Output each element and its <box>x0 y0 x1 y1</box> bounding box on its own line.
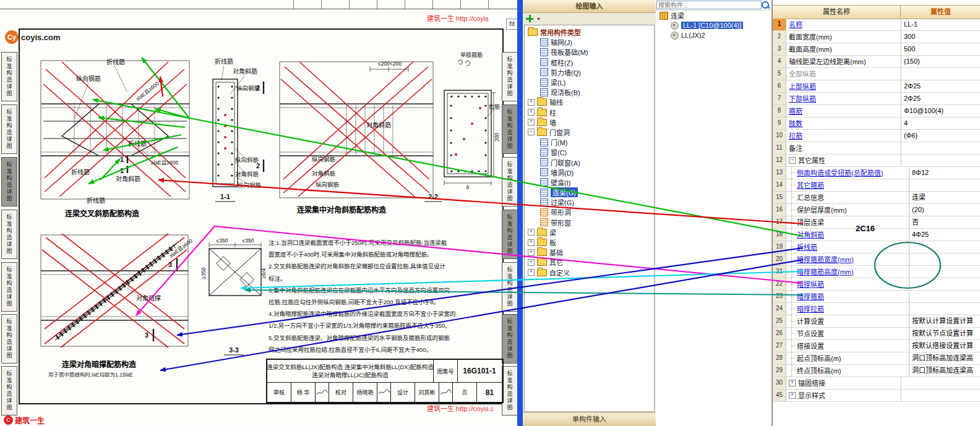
search-input[interactable] <box>656 1 762 9</box>
window-divider[interactable] <box>517 0 523 426</box>
property-row-brace-longitudinal[interactable]: 22暗撑纵筋 <box>773 278 980 291</box>
title-block: 连梁交叉斜筋LL(JX)配筋构造 连梁集中对角斜筋LL(DX)配筋构造 连梁对角… <box>266 359 504 403</box>
property-row-brace-stirrup-height[interactable]: 21暗撑箍筋高度(mm) <box>773 266 980 278</box>
property-row-section-width[interactable]: 2截面宽度(mm)300 <box>773 31 980 43</box>
tree-folder-custom[interactable]: +自定义 <box>525 268 654 278</box>
property-row-summary-info[interactable]: 15汇总信息连梁 <box>773 192 980 204</box>
cut-mark-2: 2 <box>256 162 260 169</box>
tree-item-coupling-beam[interactable]: 连梁(G) <box>525 187 654 197</box>
component-item-ll1[interactable]: LL-1 [C10@100(4)] <box>656 20 772 30</box>
tree-folder-beam[interactable]: +梁 <box>525 228 654 237</box>
property-group-display-style[interactable]: 45+显示样式 <box>773 390 980 402</box>
collapse-icon[interactable]: − <box>528 129 535 135</box>
expand-icon[interactable]: + <box>789 392 796 399</box>
label-zongxianggangjin: 纵向钢筋 <box>316 181 339 188</box>
draw-input-header: 绘图输入 <box>523 0 656 13</box>
tree-folder-slab[interactable]: +板 <box>525 237 654 247</box>
tree-item-window[interactable]: 窗(C) <box>525 147 654 157</box>
property-row-brace-tie[interactable]: 24暗撑拉筋 <box>773 303 980 315</box>
property-row-side-bars[interactable]: 13侧面构造或受扭筋(总配筋值)8Φ12 <box>773 167 980 179</box>
property-row-node-settings[interactable]: 26节点设置按默认节点设置计算 <box>773 328 980 340</box>
cut-mark-1: 1 <box>120 167 124 174</box>
property-row-diagonal-bars[interactable]: 18对角斜筋4Φ25 <box>773 229 980 241</box>
tree-folder-other[interactable]: +其它 <box>525 257 654 267</box>
expand-icon[interactable]: + <box>528 229 535 236</box>
wall-hole-icon <box>540 168 548 176</box>
property-row-tie-bar[interactable]: 10拉筋(Φ6) <box>773 130 980 142</box>
page-label: 页 <box>453 383 477 402</box>
add-component-icon[interactable] <box>526 15 533 22</box>
expand-icon[interactable]: + <box>528 269 535 276</box>
label-duijiaoxiejin: 对角斜筋 <box>312 170 335 177</box>
check-name: 杨晓艳 <box>353 383 377 402</box>
property-row-start-top-elevation[interactable]: 28起点顶标高(m)洞口顶标高加连梁高 <box>773 352 980 365</box>
label-zhexianjin: 折线筋 <box>106 58 125 66</box>
expand-icon[interactable]: + <box>789 380 796 386</box>
property-row-axis-offset[interactable]: 4轴线距梁左边线距离(mm)(150) <box>773 56 980 68</box>
tree-folder-axis[interactable]: +轴线 <box>525 97 654 107</box>
property-row-lap-settings[interactable]: 27搭接设置按默认搭接设置计算 <box>773 340 980 352</box>
expand-icon[interactable]: + <box>528 259 535 266</box>
property-row-bent-bars[interactable]: 19折线筋 <box>773 241 980 253</box>
collapse-icon[interactable]: − <box>789 157 796 164</box>
property-row-name[interactable]: 1名称LL-1 <box>773 19 980 31</box>
tree-folder-foundation[interactable]: +基础 <box>525 247 654 257</box>
label-zhexianjin: 折线筋 <box>128 140 147 147</box>
single-component-input-bar[interactable]: 单构件输入 <box>523 412 656 426</box>
tree-item-beam[interactable]: 梁(L) <box>525 77 654 87</box>
tree-item-wall-hole[interactable]: 墙洞(D) <box>525 168 654 177</box>
property-row-end-top-elevation[interactable]: 29终点顶标高(m)洞口顶标高加连梁高 <box>773 365 980 377</box>
tree-folder-column[interactable]: +柱 <box>525 108 654 117</box>
property-row-cover-thickness[interactable]: 16保护层厚度(mm)(20) <box>773 204 980 216</box>
label-lajin: 拉筋 <box>489 103 500 110</box>
property-row-bottom-bars[interactable]: 7下部纵筋2Φ25 <box>773 93 980 105</box>
property-row-remark[interactable]: 11备注 <box>773 142 980 155</box>
tree-folder-openings[interactable]: −门窗洞 <box>525 127 654 137</box>
label-zongxianggangjin: 纵向钢筋 <box>76 75 101 82</box>
dim-lae-600: ≥laE且≥600 <box>151 160 179 166</box>
tree-item-axis-grid[interactable]: 轴网(J) <box>525 37 654 47</box>
tree-item-raft-foundation[interactable]: 筏板基础(M) <box>525 47 654 57</box>
property-row-section-height[interactable]: 3截面高度(mm)500 <box>773 43 980 56</box>
chevron-down-icon[interactable]: ▼ <box>536 17 541 21</box>
folder-icon <box>537 229 547 236</box>
tree-item-strip-window[interactable]: 带形窗 <box>525 218 654 228</box>
component-gear-icon <box>671 32 679 40</box>
tree-item-common-types[interactable]: 常用构件类型 <box>525 27 654 37</box>
tree-item-niche[interactable]: 壁龛(I) <box>525 177 654 187</box>
tree-item-door-window[interactable]: 门联窗(A) <box>525 157 654 167</box>
property-row-stirrup[interactable]: 8箍筋Φ10@100(4) <box>773 105 980 117</box>
tree-folder-wall[interactable]: +墙 <box>525 117 654 127</box>
expand-icon[interactable]: + <box>528 249 535 256</box>
component-search-row <box>656 0 772 11</box>
property-row-brace-stirrup[interactable]: 23暗撑箍筋 <box>773 291 980 303</box>
property-row-brace-stirrup-width[interactable]: 20暗撑箍筋宽度(mm) <box>773 253 980 266</box>
property-row-top-floor-beam[interactable]: 17顶层连梁否 <box>773 216 980 229</box>
coupling-beam-group-icon <box>660 12 668 20</box>
expand-icon[interactable]: + <box>528 109 535 116</box>
expand-icon[interactable]: + <box>528 239 535 246</box>
component-tree-root[interactable]: 连梁 <box>656 11 772 20</box>
property-row-top-bars[interactable]: 6上部纵筋2Φ25 <box>773 80 980 93</box>
watermark-logo: C 建筑一生 <box>4 415 45 425</box>
property-row-other-stirrup[interactable]: 14其它箍筋 <box>773 179 980 192</box>
tree-item-strip-hole[interactable]: 带形洞 <box>525 207 654 217</box>
property-row-calc-settings[interactable]: 25计算设置按默认计算设置计算 <box>773 315 980 328</box>
property-row-all-longitudinal[interactable]: 5全部纵筋 <box>773 68 980 80</box>
cut-mark-2: 2 <box>256 84 260 92</box>
property-group-other[interactable]: 12−其它属性 <box>773 155 980 167</box>
tree-item-cast-slab[interactable]: 现浇板(B) <box>525 87 654 97</box>
property-value-header: 属性值 <box>901 6 980 19</box>
property-row-legs[interactable]: 9肢数4 <box>773 117 980 130</box>
tree-item-shear-wall[interactable]: 剪力墙(Q) <box>525 67 654 77</box>
component-item-lljx2[interactable]: LL(JX)2 <box>656 30 772 40</box>
tree-item-door[interactable]: 门(M) <box>525 137 654 147</box>
search-icon[interactable] <box>762 1 769 9</box>
property-group-anchor-lap[interactable]: 30+锚固搭接 <box>773 377 980 390</box>
expand-icon[interactable]: + <box>528 99 535 106</box>
drawing-notes: 注:1.当洞口连梁截面宽度不小于250时,可采用交叉斜筋配筋;当连梁截 面宽度不… <box>269 237 502 356</box>
expand-icon[interactable]: + <box>528 119 535 126</box>
diagram1-title: 连梁交叉斜筋配筋构造 <box>65 208 139 218</box>
tree-item-lintel[interactable]: 过梁(G) <box>525 197 654 207</box>
tree-item-frame-column[interactable]: 框柱(Z) <box>525 58 654 67</box>
